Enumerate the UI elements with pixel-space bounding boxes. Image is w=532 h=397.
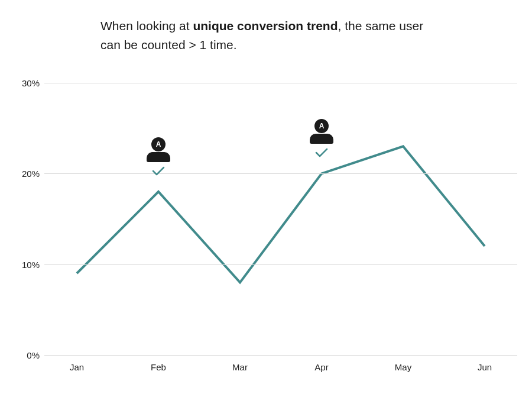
user-icon: A <box>145 137 171 162</box>
gridline <box>44 173 517 174</box>
user-head: A <box>314 119 329 133</box>
gridline <box>44 83 517 83</box>
y-tick-label: 0% <box>15 350 40 360</box>
user-body <box>147 152 170 162</box>
user-body <box>310 134 333 144</box>
line-series <box>44 83 517 355</box>
user-annotation: A <box>309 119 335 160</box>
check-icon <box>151 166 166 176</box>
title-bold: unique conversion trend <box>193 19 338 33</box>
x-tick-label: May <box>395 362 411 372</box>
user-letter: A <box>319 122 325 130</box>
user-annotation: A <box>145 137 171 179</box>
user-icon: A <box>309 119 335 144</box>
x-tick-label: Jun <box>478 362 492 372</box>
chart-title: When looking at unique conversion trend,… <box>100 17 432 54</box>
user-head: A <box>151 137 166 151</box>
chart-container: 0%10%20%30%JanFebMarAprMayJunAA <box>0 83 532 379</box>
x-tick-label: Apr <box>314 362 328 372</box>
title-pre: When looking at <box>100 19 193 33</box>
x-tick-label: Feb <box>151 362 166 372</box>
y-tick-label: 30% <box>15 78 40 88</box>
y-tick-label: 20% <box>15 169 40 179</box>
gridline <box>44 264 517 265</box>
gridline <box>44 355 517 356</box>
y-tick-label: 10% <box>15 259 40 269</box>
user-letter: A <box>156 140 161 149</box>
x-tick-label: Jan <box>70 362 84 372</box>
x-tick-label: Mar <box>232 362 248 372</box>
check-icon <box>314 147 329 158</box>
plot-area: 0%10%20%30%JanFebMarAprMayJunAA <box>44 83 517 355</box>
